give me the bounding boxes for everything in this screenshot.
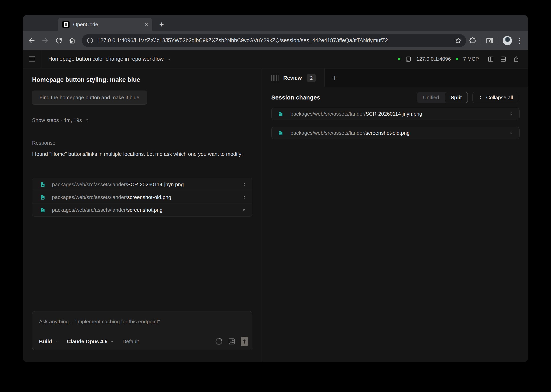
- server-host[interactable]: 127.0.0.1:4096: [416, 56, 451, 62]
- file-row[interactable]: packages/web/src/assets/lander/SCR-20260…: [32, 178, 252, 191]
- image-icon: [228, 338, 235, 345]
- session-title-dropdown[interactable]: Homepage button color change in repo wor…: [48, 56, 172, 62]
- chevron-down-icon: [167, 57, 172, 62]
- unfold-more-icon[interactable]: [242, 208, 246, 212]
- session-changes-title: Session changes: [271, 94, 320, 101]
- file-path: packages/web/src/assets/lander/screensho…: [52, 194, 171, 200]
- site-info-icon[interactable]: [87, 37, 94, 44]
- attach-image-button[interactable]: [228, 338, 235, 345]
- send-button[interactable]: [241, 337, 248, 346]
- progress-spinner-icon: [214, 337, 224, 346]
- response-text: I found "Home" buttons/links in multiple…: [32, 149, 258, 159]
- image-file-icon: [278, 130, 283, 136]
- browser-menu-icon[interactable]: ⋮: [516, 37, 523, 44]
- composer[interactable]: Ask anything... "Implement caching for t…: [32, 311, 252, 350]
- toolbar-separator: [498, 37, 498, 44]
- mcp-count[interactable]: 7 MCP: [463, 56, 479, 62]
- server-icon: [405, 56, 412, 62]
- toolbar-separator: [481, 37, 481, 44]
- composer-toolbar: Build Claude Opus 4.5 Default: [39, 337, 248, 346]
- response-label: Response: [32, 140, 55, 146]
- file-path: packages/web/src/assets/lander/SCR-20260…: [290, 111, 422, 117]
- unfold-more-icon: [85, 118, 89, 123]
- model-dropdown[interactable]: Claude Opus 4.5: [67, 338, 114, 345]
- preset-label: Default: [123, 338, 139, 345]
- browser-tab[interactable]: OpenCode ×: [58, 18, 152, 31]
- drag-grip-icon[interactable]: [271, 75, 278, 81]
- file-row[interactable]: packages/web/src/assets/lander/screensho…: [32, 191, 252, 203]
- conversation-title: Homepage button styling: make blue: [32, 76, 140, 83]
- profile-avatar[interactable]: [503, 36, 512, 45]
- app-header: Homepage button color change in repo wor…: [23, 50, 528, 69]
- split-horizontal-icon[interactable]: [500, 56, 507, 63]
- image-file-icon: [40, 207, 45, 213]
- unfold-more-icon[interactable]: [242, 182, 246, 187]
- chevron-down-icon: [55, 339, 58, 343]
- tab-close-icon[interactable]: ×: [145, 21, 148, 28]
- tab-strip-background: +: [325, 69, 528, 87]
- back-icon[interactable]: [27, 35, 37, 46]
- show-steps-label: Show steps · 4m, 19s: [32, 117, 82, 123]
- browser-toolbar: 127.0.0.1:4096/L1VzZXJzL3J5YW52b2dlbC9kZ…: [23, 31, 528, 50]
- mcp-status-dot: [456, 58, 458, 60]
- sidebar-toggle-button[interactable]: [23, 50, 41, 68]
- browser-tab-strip: OpenCode × +: [23, 15, 528, 31]
- header-status-cluster: 127.0.0.1:4096 7 MCP: [398, 56, 520, 63]
- image-file-icon: [278, 111, 283, 117]
- changed-file-row[interactable]: packages/web/src/assets/lander/SCR-20260…: [271, 108, 520, 120]
- review-tab-label: Review: [283, 75, 302, 81]
- layout-actions: [487, 56, 520, 63]
- tab-review[interactable]: Review 2: [262, 69, 325, 87]
- mode-dropdown[interactable]: Build: [39, 338, 58, 345]
- mode-label: Build: [39, 338, 52, 345]
- review-count-badge: 2: [307, 74, 316, 82]
- home-icon[interactable]: [67, 35, 78, 46]
- file-path: packages/web/src/assets/lander/screensho…: [290, 130, 410, 136]
- split-view-button[interactable]: Split: [445, 92, 468, 103]
- image-file-icon: [40, 195, 45, 200]
- desktop-background: OpenCode × + 127.0.0.1:4096: [0, 0, 551, 392]
- review-panel: Review 2 + Session changes Unified Spl: [262, 69, 528, 362]
- file-path: packages/web/src/assets/lander/SCR-20260…: [52, 182, 184, 188]
- new-tab-button[interactable]: +: [157, 20, 166, 29]
- view-mode-segmented-control: Unified Split: [417, 92, 468, 103]
- show-steps-toggle[interactable]: Show steps · 4m, 19s: [32, 117, 89, 123]
- image-file-icon: [40, 182, 45, 187]
- arrow-up-icon: [242, 338, 247, 344]
- chevron-down-icon: [110, 339, 114, 343]
- file-row[interactable]: packages/web/src/assets/lander/screensho…: [32, 203, 252, 216]
- changed-file-row[interactable]: packages/web/src/assets/lander/screensho…: [271, 127, 520, 139]
- server-status-dot: [398, 58, 400, 60]
- composer-input[interactable]: Ask anything... "Implement caching for t…: [39, 319, 160, 325]
- preset-selector[interactable]: Default: [123, 338, 139, 345]
- session-changes-header: Session changes Unified Split Collapse a…: [271, 92, 518, 103]
- main-split: Homepage button styling: make blue Find …: [23, 69, 528, 362]
- unfold-more-icon[interactable]: [242, 195, 246, 200]
- extensions-icon[interactable]: [469, 37, 477, 44]
- collapse-all-button[interactable]: Collapse all: [472, 92, 518, 103]
- reload-icon[interactable]: [54, 35, 64, 46]
- session-title: Homepage button color change in repo wor…: [48, 56, 164, 62]
- user-prompt-message: Find the homepage button and make it blu…: [32, 91, 147, 105]
- unfold-more-icon[interactable]: [509, 112, 514, 116]
- tab-search-icon[interactable]: [486, 37, 494, 45]
- file-options-list: packages/web/src/assets/lander/SCR-20260…: [32, 178, 252, 217]
- add-tab-button[interactable]: +: [330, 73, 340, 83]
- unfold-more-icon[interactable]: [509, 131, 514, 135]
- split-vertical-icon[interactable]: [487, 56, 494, 63]
- unfold-more-icon: [478, 95, 483, 100]
- unified-view-button[interactable]: Unified: [417, 92, 445, 103]
- toolbar-right-cluster: ⋮: [469, 36, 523, 45]
- address-bar[interactable]: 127.0.0.1:4096/L1VzZXJzL3J5YW52b2dlbC9kZ…: [82, 34, 466, 47]
- opencode-favicon-icon: [62, 21, 70, 28]
- forward-icon[interactable]: [40, 35, 51, 46]
- review-tab-strip: Review 2 +: [262, 69, 528, 87]
- browser-window: OpenCode × + 127.0.0.1:4096: [23, 15, 528, 362]
- collapse-all-label: Collapse all: [486, 95, 513, 101]
- share-icon[interactable]: [513, 56, 520, 63]
- tab-title: OpenCode: [73, 21, 141, 28]
- bookmark-star-icon[interactable]: [455, 37, 462, 44]
- hamburger-icon: [29, 56, 35, 62]
- opencode-app: Homepage button color change in repo wor…: [23, 50, 528, 362]
- chat-panel: Homepage button styling: make blue Find …: [23, 69, 262, 362]
